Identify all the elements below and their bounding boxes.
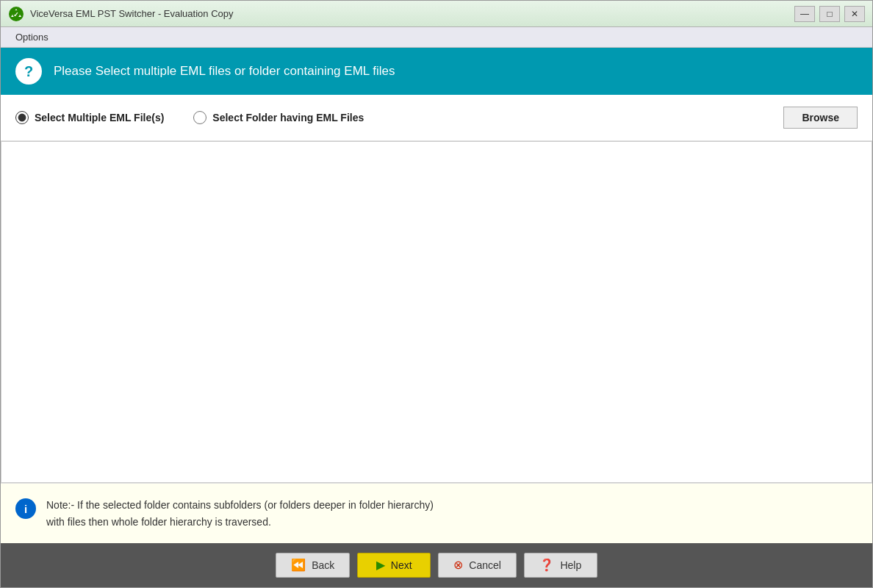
main-window: ✓ ViceVersa EML PST Switcher - Evaluatio… (0, 0, 873, 588)
browse-button[interactable]: Browse (783, 107, 858, 129)
help-icon: ❓ (539, 559, 554, 571)
bottom-bar: ⏪ Back ▶ Next ⊗ Cancel ❓ Help (1, 543, 872, 587)
cancel-icon: ⊗ (453, 559, 463, 571)
options-row: Select Multiple EML File(s) Select Folde… (1, 95, 872, 141)
radio-multiple-files-text: Select Multiple EML File(s) (35, 112, 164, 123)
help-label: Help (560, 559, 581, 571)
help-button[interactable]: ❓ Help (524, 553, 597, 578)
app-icon: ✓ (8, 6, 24, 22)
next-label: Next (391, 559, 412, 571)
content-area: ? Please Select multiple EML files or fo… (1, 48, 872, 543)
window-title: ViceVersa EML PST Switcher - Evaluation … (30, 8, 794, 19)
cancel-label: Cancel (469, 559, 501, 571)
close-button[interactable]: ✕ (844, 6, 865, 22)
title-bar: ✓ ViceVersa EML PST Switcher - Evaluatio… (1, 1, 872, 27)
note-text: Note:- If the selected folder contains s… (46, 497, 434, 530)
note-area: i Note:- If the selected folder contains… (1, 483, 872, 543)
window-controls: — □ ✕ (794, 6, 865, 22)
next-button[interactable]: ▶ Next (357, 553, 431, 578)
cancel-button[interactable]: ⊗ Cancel (438, 553, 517, 578)
back-label: Back (312, 559, 334, 571)
question-icon: ? (15, 58, 42, 85)
back-button[interactable]: ⏪ Back (276, 553, 350, 578)
restore-button[interactable]: □ (819, 6, 840, 22)
minimize-button[interactable]: — (794, 6, 815, 22)
radio-folder[interactable] (193, 111, 206, 124)
radio-folder-text: Select Folder having EML Files (212, 112, 364, 123)
back-icon: ⏪ (291, 559, 306, 571)
radio-multiple-files[interactable] (15, 111, 29, 124)
options-menu[interactable]: Options (8, 29, 56, 45)
radio-multiple-files-label[interactable]: Select Multiple EML File(s) (15, 111, 164, 124)
radio-folder-label[interactable]: Select Folder having EML Files (193, 111, 364, 124)
header-title: Please Select multiple EML files or fold… (54, 64, 395, 79)
menu-bar: Options (1, 27, 872, 48)
info-icon: i (15, 498, 36, 519)
file-list-area[interactable] (1, 141, 872, 483)
header-banner: ? Please Select multiple EML files or fo… (1, 48, 872, 95)
svg-text:✓: ✓ (13, 11, 19, 18)
next-icon: ▶ (376, 559, 385, 571)
